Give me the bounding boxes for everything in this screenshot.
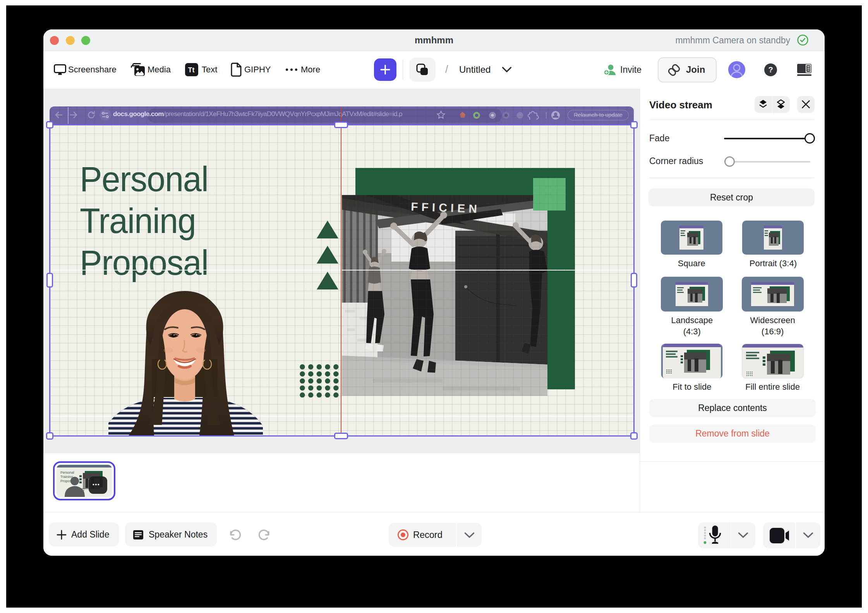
svg-text:Tt: Tt bbox=[188, 66, 195, 74]
